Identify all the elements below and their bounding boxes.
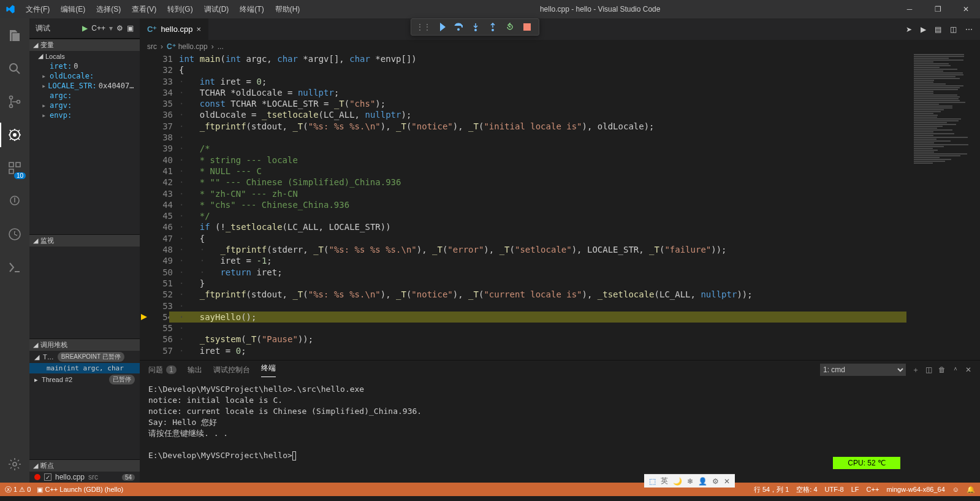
- variable-row[interactable]: argc:: [29, 91, 140, 101]
- close-button[interactable]: ✕: [952, 0, 980, 18]
- variable-row[interactable]: ▸LOCALE_STR: 0x40407…: [29, 81, 140, 91]
- tab-hello-cpp[interactable]: C⁺ hello.cpp ×: [140, 18, 209, 40]
- thread-2[interactable]: ▸ Thread #2 已暂停: [29, 373, 140, 386]
- search-icon[interactable]: [0, 56, 29, 81]
- step-into-button[interactable]: [469, 20, 482, 34]
- minimize-button[interactable]: ─: [895, 0, 924, 18]
- start-debug-button[interactable]: ▶: [82, 24, 88, 33]
- explorer-icon[interactable]: [0, 23, 29, 48]
- restart-button[interactable]: [503, 20, 517, 34]
- split-icon[interactable]: ▤: [935, 25, 941, 34]
- activity-bar: 10: [0, 18, 29, 483]
- terminal-selector[interactable]: 1: cmd: [820, 364, 906, 376]
- feedback-icon[interactable]: ☺: [952, 486, 959, 493]
- thread-1[interactable]: ◢ T… BREAKPOINT 已暂停: [29, 351, 140, 363]
- tab-label: hello.cpp: [161, 25, 192, 34]
- variables-header[interactable]: ◢ 变量: [29, 39, 140, 51]
- tab-terminal[interactable]: 终端: [261, 363, 276, 377]
- chevron-down-icon[interactable]: ▾: [109, 24, 113, 33]
- tab-debug-console[interactable]: 调试控制台: [213, 365, 250, 375]
- bookmark-icon[interactable]: [0, 189, 29, 213]
- split-terminal-icon[interactable]: ◫: [925, 365, 932, 374]
- bp-dot-icon: [34, 474, 40, 480]
- variable-row[interactable]: ▸oldLocale:: [29, 71, 140, 81]
- gear-icon[interactable]: ⚙: [116, 24, 123, 33]
- svg-point-9: [13, 133, 17, 137]
- menubar: 文件(F)编辑(E)选择(S)查看(V)转到(G)调试(D)终端(T)帮助(H): [21, 1, 305, 18]
- svg-point-2: [492, 29, 494, 31]
- compass-icon[interactable]: ➤: [906, 25, 912, 34]
- debug-status[interactable]: ▣ C++ Launch (GDB) (hello): [37, 486, 123, 494]
- menu-item[interactable]: 选择(S): [91, 1, 126, 18]
- code-editor[interactable]: 3132333435363738394041424344454647484950…: [140, 53, 980, 360]
- timeline-icon[interactable]: [0, 222, 29, 247]
- eol-status[interactable]: LF: [851, 486, 859, 493]
- menu-item[interactable]: 编辑(E): [56, 1, 90, 18]
- encoding-status[interactable]: UTF-8: [825, 486, 844, 493]
- menu-item[interactable]: 转到(G): [162, 1, 197, 18]
- callstack-header[interactable]: ◢ 调用堆栈: [29, 339, 140, 351]
- debug-sidebar: 调试 ▶ C++ ▾ ⚙ ▣ ◢ 变量 ◢ Locals iret: 0▸old…: [29, 18, 140, 483]
- minimap[interactable]: [911, 53, 973, 360]
- indent-status[interactable]: 空格: 4: [796, 485, 817, 494]
- lang-status[interactable]: C++: [867, 486, 879, 493]
- kill-terminal-icon[interactable]: 🗑: [938, 365, 946, 374]
- current-line-marker: [140, 312, 148, 323]
- drag-handle-icon[interactable]: ⋮⋮: [416, 23, 431, 31]
- editor-area: C⁺ hello.cpp × ➤ ▶ ▤ ◫ ⋯ src › C⁺ hello.…: [140, 18, 980, 483]
- new-terminal-icon[interactable]: ＋: [912, 365, 919, 375]
- run-icon[interactable]: ▶: [921, 25, 926, 34]
- debug-icon[interactable]: [0, 123, 29, 147]
- svg-rect-12: [9, 169, 13, 174]
- cpu-indicator: CPU: 52 ℃: [833, 457, 900, 469]
- status-bar: ⓧ 1 ⚠ 0 ▣ C++ Launch (GDB) (hello) 行 54，…: [0, 483, 980, 496]
- maximize-button[interactable]: ❐: [924, 0, 952, 18]
- variable-row[interactable]: iret: 0: [29, 61, 140, 71]
- step-over-button[interactable]: [452, 20, 465, 34]
- terminal-icon[interactable]: [0, 255, 29, 280]
- close-tab-icon[interactable]: ×: [196, 25, 201, 34]
- console-icon[interactable]: ▣: [127, 24, 134, 33]
- more-icon[interactable]: ⋯: [965, 25, 973, 34]
- layout-icon[interactable]: ◫: [950, 25, 957, 34]
- breadcrumb[interactable]: src › C⁺ hello.cpp › ...: [140, 40, 980, 53]
- svg-point-15: [13, 462, 17, 466]
- target-status[interactable]: mingw-w64-x86_64: [886, 486, 944, 493]
- svg-point-0: [457, 28, 460, 31]
- debug-toolbar[interactable]: ⋮⋮: [411, 18, 539, 36]
- menu-item[interactable]: 文件(F): [21, 1, 55, 18]
- ime-bar[interactable]: ⬚ 英 🌙❄👤⚙✕: [644, 474, 735, 488]
- breakpoint-row[interactable]: ✓ hello.cpp src 54: [29, 472, 140, 483]
- tab-problems[interactable]: 问题 1: [148, 365, 177, 375]
- cursor-position[interactable]: 行 54，列 1: [754, 485, 789, 494]
- svg-point-7: [17, 101, 20, 104]
- stop-button[interactable]: [520, 20, 534, 34]
- bell-icon[interactable]: 🔔: [967, 486, 975, 494]
- variable-row[interactable]: ▸envp:: [29, 110, 140, 120]
- svg-point-1: [474, 29, 477, 31]
- watch-header[interactable]: ◢ 监视: [29, 235, 140, 247]
- bp-checkbox[interactable]: ✓: [44, 473, 51, 481]
- extensions-icon[interactable]: 10: [0, 156, 29, 180]
- menu-item[interactable]: 查看(V): [127, 1, 161, 18]
- close-panel-icon[interactable]: ✕: [965, 365, 971, 374]
- locals-header[interactable]: ◢ Locals: [29, 51, 140, 61]
- tab-output[interactable]: 输出: [188, 365, 202, 375]
- maximize-panel-icon[interactable]: ＾: [952, 365, 959, 375]
- cpp-file-icon: C⁺: [147, 25, 157, 34]
- continue-button[interactable]: [435, 20, 448, 34]
- thread-state: BREAKPOINT 已暂停: [58, 352, 124, 362]
- menu-item[interactable]: 调试(D): [199, 1, 234, 18]
- scm-icon[interactable]: [0, 90, 29, 114]
- debug-config[interactable]: C++: [91, 24, 105, 33]
- breakpoints-header[interactable]: ◢ 断点: [29, 460, 140, 472]
- titlebar: 文件(F)编辑(E)选择(S)查看(V)转到(G)调试(D)终端(T)帮助(H)…: [0, 0, 980, 18]
- menu-item[interactable]: 终端(T): [235, 1, 268, 18]
- variable-row[interactable]: ▸argv:: [29, 101, 140, 110]
- menu-item[interactable]: 帮助(H): [270, 1, 305, 18]
- stack-frame[interactable]: main(int argc, char: [29, 363, 140, 373]
- errors-indicator[interactable]: ⓧ 1 ⚠ 0: [5, 485, 31, 494]
- debug-label: 调试: [36, 23, 78, 34]
- settings-icon[interactable]: [0, 452, 29, 476]
- step-out-button[interactable]: [486, 20, 499, 34]
